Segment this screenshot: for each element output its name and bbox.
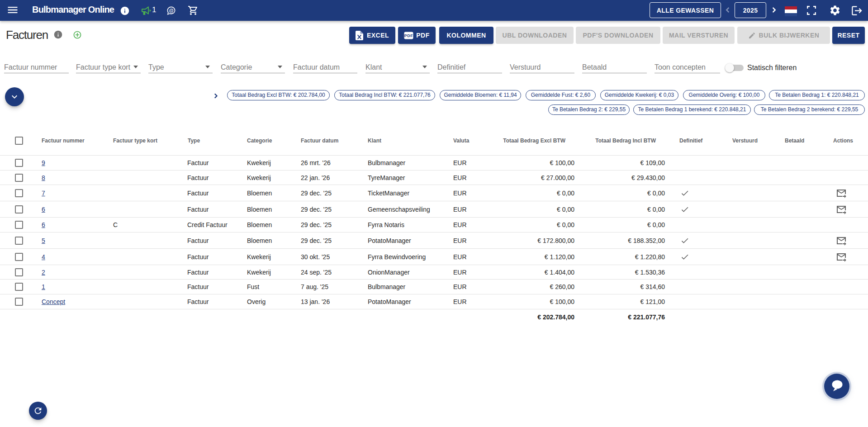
svg-text:PDF: PDF — [404, 33, 413, 38]
svg-text:@: @ — [169, 8, 174, 13]
